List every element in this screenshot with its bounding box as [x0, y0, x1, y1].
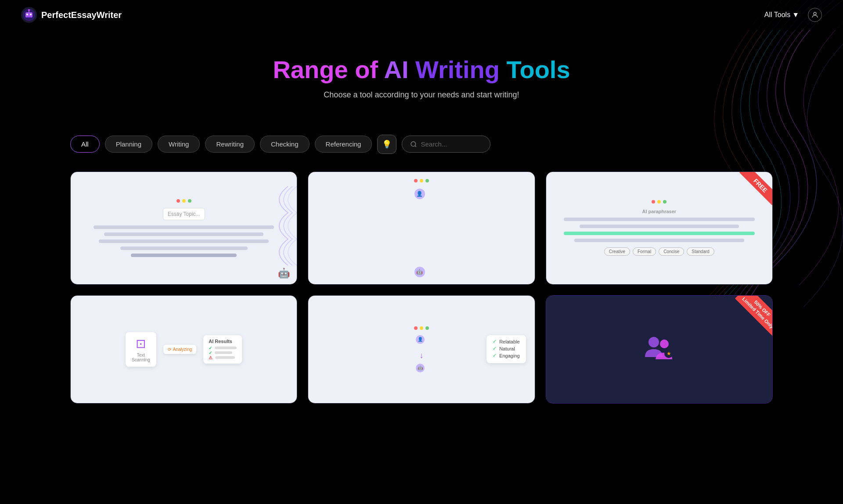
- svg-point-9: [411, 142, 416, 147]
- detector-result-title: AI Results: [209, 339, 237, 344]
- logo-icon: [21, 7, 37, 23]
- svg-point-7: [28, 9, 30, 11]
- dot-red: [414, 326, 418, 330]
- card-body-para: Paraphrasing Tool Revise and enhance you…: [546, 284, 772, 285]
- logo[interactable]: PerfectEssayWriter: [21, 7, 122, 23]
- check-mark-natural: ✓: [493, 346, 497, 351]
- title-writing: Writing: [415, 56, 506, 83]
- preview-essay-topic: Essay Topic...: [163, 208, 205, 220]
- dot-red: [177, 199, 180, 203]
- hero-subtitle: Choose a tool according to your needs an…: [21, 90, 822, 100]
- check-icon: ✓: [209, 346, 212, 350]
- detector-result-box: AI Results ✓ ✓ ⚠: [203, 335, 242, 364]
- svg-point-11: [660, 340, 669, 348]
- filter-tab-referencing[interactable]: Referencing: [315, 136, 372, 153]
- hero-title: Range of AI Writing Tools: [21, 56, 822, 83]
- analyzing-text: Analyzing: [173, 347, 192, 352]
- card-humanizer[interactable]: 👤 ↓ 🤖 ✓ Relatable: [308, 295, 535, 404]
- card-preview-essay: Essay Topic... 🤖: [71, 172, 297, 284]
- card-essay-writer[interactable]: Essay Topic... 🤖 AI Essay Writer Write f…: [70, 172, 297, 285]
- svg-point-10: [648, 337, 659, 347]
- preview-dots-humanizer: [414, 326, 429, 330]
- preview-line: [120, 247, 248, 250]
- all-tools-button[interactable]: All Tools ▼: [764, 11, 799, 19]
- user-icon[interactable]: [808, 8, 822, 22]
- dot-yellow: [420, 179, 423, 182]
- filter-tab-checking[interactable]: Checking: [260, 136, 310, 153]
- para-tag-standard: Standard: [687, 247, 714, 256]
- card-paraphrasing[interactable]: FREE AI paraphraser Creative Formal Conc…: [546, 172, 773, 285]
- filter-tab-planning[interactable]: Planning: [105, 136, 152, 153]
- scan-label: TextScanning: [132, 353, 150, 362]
- warning-icon: ⚠: [209, 355, 213, 360]
- dot-green: [188, 199, 191, 203]
- para-tag-formal: Formal: [633, 247, 656, 256]
- para-tag-concise: Concise: [659, 247, 684, 256]
- card-preview-chat: 👤 🤖: [308, 172, 534, 284]
- dot-green: [425, 326, 429, 330]
- ribbon-wrapper-hire: 50% OFFLimited Time Only: [728, 296, 772, 340]
- lightbulb-button[interactable]: 💡: [377, 135, 396, 154]
- analyzing-area: ⟳ Analyzing: [163, 345, 196, 354]
- check-item-relatable: ✓ Relatable: [493, 339, 520, 344]
- card-hire-writer[interactable]: 50% OFFLimited Time Only ★ Hire Human Wr…: [546, 295, 773, 404]
- detector-scan-box: ⊡ TextScanning: [126, 332, 156, 367]
- preview-line: [104, 232, 263, 236]
- card-body-humanizer: AI Humanizer Transform AI text into natu…: [308, 403, 534, 404]
- title-ai: AI: [384, 56, 415, 83]
- preview-line: [94, 225, 274, 229]
- filter-tab-all[interactable]: All: [70, 136, 100, 153]
- chat-row-1: 👤: [414, 189, 429, 199]
- filter-tab-writing[interactable]: Writing: [158, 136, 200, 153]
- svg-text:★: ★: [666, 350, 671, 357]
- human-avatar-1: 👤: [416, 335, 425, 344]
- preview-line: [564, 218, 755, 221]
- para-tags: Creative Formal Concise Standard: [604, 247, 714, 256]
- search-input[interactable]: [421, 140, 482, 148]
- preview-line: [574, 239, 744, 242]
- checkmarks-box: ✓ Relatable ✓ Natural ✓ Engaging: [486, 335, 526, 363]
- arrow-down-icon: ↓: [419, 351, 423, 360]
- analyzing-badge: ⟳ Analyzing: [163, 345, 196, 354]
- title-tools: Tools: [506, 56, 570, 83]
- essay-writer-bot-icon: 🤖: [278, 268, 290, 279]
- navbar: PerfectEssayWriter All Tools ▼: [0, 0, 843, 30]
- dot-green: [425, 179, 429, 182]
- scan-icon: ⊡: [132, 336, 150, 351]
- para-tag-creative: Creative: [604, 247, 630, 256]
- result-line-3: [215, 356, 235, 359]
- preview-line: [580, 225, 739, 228]
- human-avatar-2: 🤖: [416, 364, 425, 372]
- dot-yellow: [657, 200, 661, 204]
- dot-red: [414, 179, 418, 182]
- check-mark-relatable: ✓: [493, 339, 497, 344]
- filter-tab-rewriting[interactable]: Rewriting: [205, 136, 255, 153]
- card-chat-gpt[interactable]: 👤 🤖 PerfectChatGPT Get instant answers a…: [308, 172, 535, 285]
- card-body-chat: PerfectChatGPT Get instant answers and i…: [308, 284, 534, 285]
- arrow-down-area: ↓: [419, 351, 423, 360]
- chat-row-2: 🤖: [414, 267, 429, 277]
- card-preview-humanizer: 👤 ↓ 🤖 ✓ Relatable: [308, 296, 534, 403]
- svg-point-8: [814, 12, 816, 15]
- para-label: AI paraphraser: [642, 209, 676, 214]
- svg-point-3: [26, 14, 28, 15]
- card-preview-detector: ⊡ TextScanning ⟳ Analyzing AI Results ✓ …: [71, 296, 297, 403]
- preview-dots: [177, 199, 191, 203]
- lightbulb-icon: 💡: [382, 139, 392, 149]
- hero-section: Range of AI Writing Tools Choose a tool …: [0, 30, 843, 135]
- check-label-natural: Natural: [499, 346, 515, 351]
- check-mark-engaging: ✓: [493, 353, 497, 358]
- filter-bar: All Planning Writing Rewriting Checking …: [0, 135, 843, 154]
- nav-right: All Tools ▼: [764, 8, 822, 22]
- preview-line: [99, 239, 269, 243]
- check-item-engaging: ✓ Engaging: [493, 353, 520, 358]
- check-icon-2: ✓: [209, 350, 212, 355]
- human-row-2: 🤖: [416, 364, 427, 372]
- dropdown-arrow-icon: ▼: [792, 11, 799, 19]
- result-line-2: [215, 351, 232, 354]
- card-body-detector: AI Detector Detect AI-generated content …: [71, 403, 297, 404]
- fifty-off-ribbon: 50% OFFLimited Time Only: [735, 296, 772, 336]
- dot-yellow: [420, 326, 423, 330]
- card-detector[interactable]: ⊡ TextScanning ⟳ Analyzing AI Results ✓ …: [70, 295, 297, 404]
- preview-dots-chat: [414, 179, 429, 182]
